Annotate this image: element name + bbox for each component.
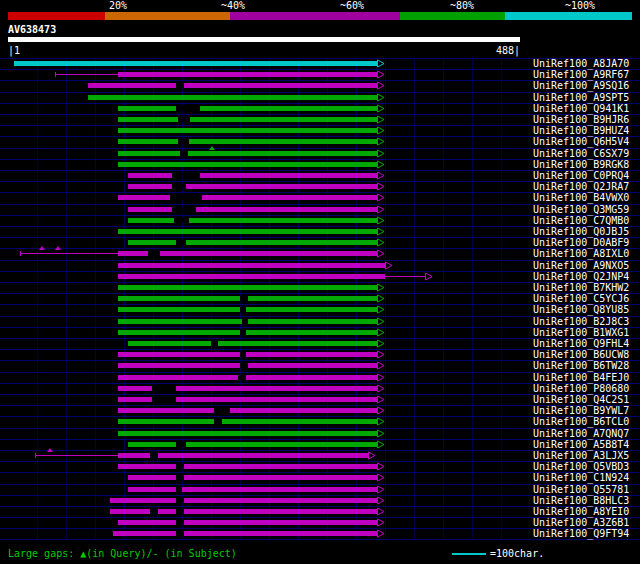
hit-label[interactable]: UniRef100_B9RGK8 — [533, 159, 629, 170]
alignment-bar[interactable] — [118, 117, 377, 122]
alignment-bar[interactable] — [128, 487, 378, 492]
subject-gap — [240, 363, 248, 368]
alignment-bar[interactable] — [118, 431, 377, 436]
alignment-row: UniRef100_B6UCW8 — [0, 349, 640, 360]
subject-gap — [176, 520, 184, 525]
hit-label[interactable]: UniRef100_Q55781 — [533, 484, 629, 495]
alignment-row: UniRef100_Q6H5V4 — [0, 136, 640, 147]
alignment-bar[interactable] — [128, 341, 378, 346]
alignment-bar[interactable] — [118, 352, 377, 357]
alignment-bar[interactable] — [128, 173, 378, 178]
direction-arrow-icon — [385, 261, 393, 270]
alignment-bar[interactable] — [113, 531, 377, 536]
hit-label[interactable]: UniRef100_Q8YU85 — [533, 304, 629, 315]
alignment-bar[interactable] — [118, 408, 377, 413]
hit-label[interactable]: UniRef100_C0PRQ4 — [533, 170, 629, 181]
hit-label[interactable]: UniRef100_B8HLC3 — [533, 495, 629, 506]
alignment-bar[interactable] — [118, 375, 377, 380]
alignment-bar[interactable] — [118, 419, 377, 424]
hit-label[interactable]: UniRef100_P80680 — [533, 383, 629, 394]
subject-gap — [176, 442, 187, 447]
hit-label[interactable]: UniRef100_Q941K1 — [533, 103, 629, 114]
hit-label[interactable]: UniRef100_B9YWL7 — [533, 405, 629, 416]
hit-label[interactable]: UniRef100_Q3MG59 — [533, 204, 629, 215]
hit-label[interactable]: UniRef100_A8YEI0 — [533, 506, 629, 517]
hit-label[interactable]: UniRef100_A8IXL0 — [533, 248, 629, 259]
hit-label[interactable]: UniRef100_B2J8C3 — [533, 316, 629, 327]
hit-label[interactable]: UniRef100_C5YCJ6 — [533, 293, 629, 304]
hit-label[interactable]: UniRef100_A9RF67 — [533, 69, 629, 80]
hit-label[interactable]: UniRef100_A7QNQ7 — [533, 428, 629, 439]
alignment-bar[interactable] — [128, 240, 378, 245]
direction-arrow-icon — [377, 518, 385, 527]
subject-gap — [240, 296, 248, 301]
hit-label[interactable]: UniRef100_B1WXG1 — [533, 327, 629, 338]
hit-label[interactable]: UniRef100_Q6H5V4 — [533, 136, 629, 147]
alignment-bar[interactable] — [128, 218, 378, 223]
alignment-bar[interactable] — [118, 229, 377, 234]
hit-label[interactable]: UniRef100_A9NXO5 — [533, 260, 629, 271]
alignment-bar[interactable] — [128, 184, 378, 189]
hit-label[interactable]: UniRef100_A9SQ16 — [533, 80, 629, 91]
alignment-bar[interactable] — [118, 330, 377, 335]
alignment-bar[interactable] — [88, 83, 378, 88]
hit-label[interactable]: UniRef100_B6UCW8 — [533, 349, 629, 360]
direction-arrow-icon — [377, 305, 385, 314]
hit-label[interactable]: UniRef100_Q9FHL4 — [533, 338, 629, 349]
alignment-bar[interactable] — [128, 442, 378, 447]
alignment-row: UniRef100_A9RF67 — [0, 69, 640, 80]
alignment-bar[interactable] — [128, 207, 378, 212]
alignment-bar[interactable] — [118, 307, 377, 312]
alignment-row: UniRef100_A7QNQ7 — [0, 428, 640, 439]
alignment-row: UniRef100_B8HLC3 — [0, 495, 640, 506]
alignment-bar[interactable] — [118, 162, 377, 167]
alignment-row: UniRef100_A9SQ16 — [0, 80, 640, 91]
hit-label[interactable]: UniRef100_A9SPT5 — [533, 92, 629, 103]
alignment-row: UniRef100_A5B8T4 — [0, 439, 640, 450]
alignment-bar[interactable] — [118, 464, 377, 469]
identity-scale-bar — [8, 12, 632, 20]
alignment-bar[interactable] — [118, 106, 377, 111]
hit-label[interactable]: UniRef100_Q2JNP4 — [533, 271, 629, 282]
alignment-bar[interactable] — [118, 274, 385, 279]
alignment-bar[interactable] — [128, 475, 378, 480]
hit-label[interactable]: UniRef100_A8JA70 — [533, 58, 629, 69]
direction-arrow-icon — [377, 70, 385, 79]
alignment-row: UniRef100_Q941K1 — [0, 103, 640, 114]
hit-label[interactable]: UniRef100_Q4C2S1 — [533, 394, 629, 405]
hit-label[interactable]: UniRef100_Q2JRA7 — [533, 181, 629, 192]
hit-label[interactable]: UniRef100_B6TCL0 — [533, 416, 629, 427]
hit-label[interactable]: UniRef100_A5B8T4 — [533, 439, 629, 450]
subject-gap — [211, 341, 218, 346]
alignment-bar[interactable] — [118, 520, 377, 525]
hit-label[interactable]: UniRef100_A3Z6B1 — [533, 517, 629, 528]
hit-label[interactable]: UniRef100_B4VWX0 — [533, 192, 629, 203]
alignment-bar[interactable] — [118, 263, 385, 268]
alignment-row: UniRef100_A9NXO5 — [0, 260, 640, 271]
hit-label[interactable]: UniRef100_C1N924 — [533, 472, 629, 483]
hit-label[interactable]: UniRef100_A3LJX5 — [533, 450, 629, 461]
alignment-bar[interactable] — [118, 72, 377, 77]
hit-label[interactable]: UniRef100_B6TW28 — [533, 360, 629, 371]
alignment-bar[interactable] — [118, 139, 377, 144]
alignment-leading-line — [55, 74, 118, 75]
alignment-bar[interactable] — [118, 128, 377, 133]
hit-label[interactable]: UniRef100_Q5VBD3 — [533, 461, 629, 472]
hit-label[interactable]: UniRef100_B9HJR6 — [533, 114, 629, 125]
alignment-bar[interactable] — [88, 95, 378, 100]
hit-label[interactable]: UniRef100_Q9FT94 — [533, 528, 629, 539]
alignment-bar[interactable] — [110, 498, 378, 503]
direction-arrow-icon — [377, 417, 385, 426]
hit-label[interactable]: UniRef100_B4FEJ0 — [533, 372, 629, 383]
alignment-bar[interactable] — [118, 285, 377, 290]
alignment-bar[interactable] — [14, 61, 377, 66]
subject-gap — [238, 375, 246, 380]
alignment-bar[interactable] — [118, 151, 377, 156]
alignment-bar[interactable] — [118, 195, 377, 200]
hit-label[interactable]: UniRef100_D0ABF9 — [533, 237, 629, 248]
hit-label[interactable]: UniRef100_B9HUZ4 — [533, 125, 629, 136]
hit-label[interactable]: UniRef100_C7QMB0 — [533, 215, 629, 226]
hit-label[interactable]: UniRef100_B7KHW2 — [533, 282, 629, 293]
hit-label[interactable]: UniRef100_Q0JBJ5 — [533, 226, 629, 237]
hit-label[interactable]: UniRef100_C6SX79 — [533, 148, 629, 159]
